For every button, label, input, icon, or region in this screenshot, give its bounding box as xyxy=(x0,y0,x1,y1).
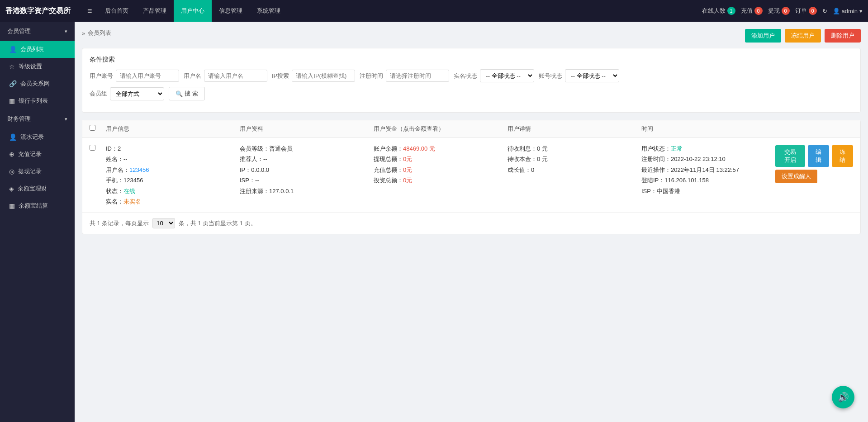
table-card: 用户信息 用户资料 用户资金（点击金额查看） 用户详情 时间 ID：2 姓名：-… xyxy=(82,120,861,234)
sidebar-item-level-setting[interactable]: ☆ 等级设置 xyxy=(0,58,75,75)
pagination: 共 1 条记录，每页显示 10 条，共 1 页当前显示第 1 页。 xyxy=(82,213,860,234)
withdraw-label: 提现 xyxy=(768,7,780,15)
reg-time-field: 注册时间 xyxy=(360,70,449,82)
sidebar-item-member-list[interactable]: 👤 会员列表 xyxy=(0,41,75,58)
order-label: 订单 xyxy=(795,7,807,15)
table-row: ID：2 姓名：-- 用户名：123456 手机：123456 状态：在线 实名… xyxy=(82,138,860,213)
main-layout: 会员管理 ▾ 👤 会员列表 ☆ 等级设置 🔗 会员关系网 ▦ 银行卡列表 财务管… xyxy=(0,22,868,422)
breadcrumb-sep: » xyxy=(82,30,85,37)
account-input[interactable] xyxy=(116,70,179,82)
recharge-total: 充值总额：0元 xyxy=(374,165,504,175)
admin-label: admin xyxy=(842,8,858,14)
treasure-icon: ◈ xyxy=(9,185,14,192)
refresh-icon[interactable]: ↻ xyxy=(822,8,827,14)
top-navigation: 香港数字资产交易所 ≡ 后台首页 产品管理 用户中心 信息管理 系统管理 在线人… xyxy=(0,0,868,22)
set-robot-button[interactable]: 设置成醒人 xyxy=(775,170,817,183)
col-time: 时间 xyxy=(640,125,773,133)
sidebar-member-section[interactable]: 会员管理 ▾ xyxy=(0,22,75,41)
user-mobile: 手机：123456 xyxy=(106,175,236,185)
ip-input[interactable] xyxy=(292,70,355,82)
bank-icon: ▦ xyxy=(9,97,15,104)
sidebar-item-member-network[interactable]: 🔗 会员关系网 xyxy=(0,75,75,92)
reg-time-label: 注册时间 xyxy=(360,72,383,80)
cell-user-funds: 账户余额：48469.00 元 提现总额：0元 充值总额：0元 投资总额：0元 xyxy=(372,143,506,186)
growth: 成长值：0 xyxy=(508,165,638,175)
freeze-button[interactable]: 冻结 xyxy=(832,145,853,167)
search-icon: 🔍 xyxy=(175,90,183,97)
username-input[interactable] xyxy=(204,70,267,82)
member-group-select[interactable]: 全部方式 xyxy=(110,87,164,100)
sidebar-label-settle: 余额宝结算 xyxy=(19,202,48,210)
recharge-label: 充值 xyxy=(741,7,753,15)
recharge-item[interactable]: 充值 0 xyxy=(741,7,763,15)
sidebar-item-flow-record[interactable]: 👤 流水记录 xyxy=(0,128,75,146)
top-right-items: 在线人数 1 充值 0 提现 0 订单 0 ↻ 👤 admin ▾ xyxy=(702,7,863,15)
trade-open-button[interactable]: 交易开启 xyxy=(775,145,805,167)
cell-user-detail: 待收利息：0 元 待收本金：0 元 成长值：0 xyxy=(506,143,640,175)
user-ip: IP：0.0.0.0 xyxy=(240,165,370,175)
search-button[interactable]: 🔍 搜 索 xyxy=(169,87,205,100)
user-isp: ISP：-- xyxy=(240,175,370,185)
menu-toggle-icon[interactable]: ≡ xyxy=(82,6,98,16)
invest-total: 投资总额：0元 xyxy=(374,175,504,185)
freeze-user-button[interactable]: 冻结用户 xyxy=(785,29,821,43)
nav-item-info[interactable]: 信息管理 xyxy=(212,0,250,22)
withdraw-item[interactable]: 提现 0 xyxy=(768,7,790,15)
reg-time-input[interactable] xyxy=(386,70,449,82)
row-select-checkbox[interactable] xyxy=(90,145,95,151)
float-action-button[interactable]: 🔊 xyxy=(832,386,854,408)
nav-items: 后台首页 产品管理 用户中心 信息管理 系统管理 xyxy=(98,0,288,22)
sidebar-finance-section[interactable]: 财务管理 ▾ xyxy=(0,109,75,128)
user-status-row: 用户状态：正常 xyxy=(641,143,772,154)
sidebar-label-flow: 流水记录 xyxy=(20,133,44,141)
order-item[interactable]: 订单 0 xyxy=(795,7,817,15)
real-status-select[interactable]: -- 全部状态 -- xyxy=(480,69,534,82)
select-all-checkbox[interactable] xyxy=(90,125,95,131)
nav-item-dashboard[interactable]: 后台首页 xyxy=(98,0,136,22)
search-card: 条件搜索 用户账号 用户名 IP搜索 注册时间 xyxy=(82,48,861,113)
sidebar-item-balance-settle[interactable]: ▦ 余额宝结算 xyxy=(0,197,75,214)
nav-item-system[interactable]: 系统管理 xyxy=(250,0,288,22)
username-field: 用户名 xyxy=(184,70,267,82)
referrer: 推荐人：-- xyxy=(240,154,370,164)
finance-chevron: ▾ xyxy=(65,116,67,122)
per-page-select[interactable]: 10 xyxy=(152,218,175,228)
delete-user-button[interactable]: 删除用户 xyxy=(825,29,861,43)
edit-button[interactable]: 编辑 xyxy=(808,145,829,167)
col-actions xyxy=(773,125,855,133)
withdraw-icon: ◎ xyxy=(9,168,14,175)
app-logo: 香港数字资产交易所 xyxy=(5,6,78,16)
sidebar-item-balance-treasure[interactable]: ◈ 余额宝理财 xyxy=(0,180,75,197)
sidebar-item-recharge-record[interactable]: ⊕ 充值记录 xyxy=(0,146,75,163)
col-user-detail: 用户详情 xyxy=(506,125,640,133)
account-status-field: 账号状态 -- 全部状态 -- xyxy=(539,69,619,82)
sidebar-label-recharge: 充值记录 xyxy=(18,150,42,158)
add-user-button[interactable]: 添加用户 xyxy=(745,29,781,43)
sidebar-label-member-list: 会员列表 xyxy=(20,45,44,53)
username-label: 用户名 xyxy=(184,72,201,80)
breadcrumb: » 会员列表 xyxy=(82,29,111,37)
sidebar-item-withdraw-record[interactable]: ◎ 提现记录 xyxy=(0,163,75,180)
sidebar-label-level: 等级设置 xyxy=(19,62,42,71)
pending-principal: 待收本金：0 元 xyxy=(508,154,638,164)
admin-menu[interactable]: 👤 admin ▾ xyxy=(833,8,863,14)
member-group-field: 会员组 全部方式 xyxy=(90,87,164,100)
order-count: 0 xyxy=(809,7,817,15)
nav-item-users[interactable]: 用户中心 xyxy=(174,0,212,22)
cell-time: 用户状态：正常 注册时间：2022-10-22 23:12:10 最近操作：20… xyxy=(640,143,773,196)
nav-item-products[interactable]: 产品管理 xyxy=(136,0,174,22)
pending-interest: 待收利息：0 元 xyxy=(508,143,638,154)
sidebar-item-bank-card[interactable]: ▦ 银行卡列表 xyxy=(0,92,75,109)
sidebar-label-bank: 银行卡列表 xyxy=(19,97,48,105)
pagination-text2: 条，共 1 页当前显示第 1 页。 xyxy=(179,220,256,227)
sidebar: 会员管理 ▾ 👤 会员列表 ☆ 等级设置 🔗 会员关系网 ▦ 银行卡列表 财务管… xyxy=(0,22,75,422)
sidebar-label-treasure: 余额宝理财 xyxy=(18,185,47,193)
ip-label: IP搜索 xyxy=(272,72,289,80)
online-label: 在线人数 xyxy=(702,7,726,15)
login-ip: 登陆IP：116.206.101.158 xyxy=(641,175,772,185)
admin-chevron-icon: ▾ xyxy=(859,8,863,14)
withdraw-count: 0 xyxy=(782,7,790,15)
action-buttons: 交易开启 编辑 冻结 设置成醒人 xyxy=(775,143,853,183)
account-status-select[interactable]: -- 全部状态 -- xyxy=(565,69,619,82)
user-real: 实名：未实名 xyxy=(106,196,236,207)
